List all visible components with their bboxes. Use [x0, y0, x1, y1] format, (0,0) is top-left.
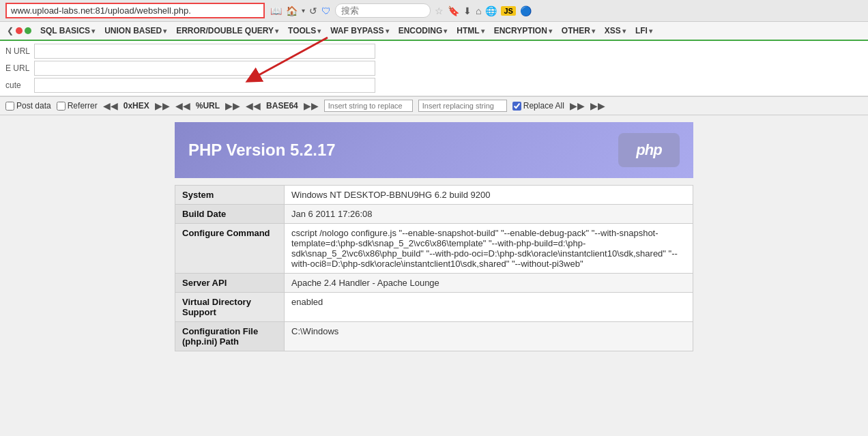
nav-item-encryption[interactable]: ENCRYPTION▾	[489, 24, 557, 38]
table-row: Configure Commandcscript /nologo configu…	[175, 224, 693, 274]
chevron-error-double: ▾	[275, 27, 278, 35]
table-row: Virtual Directory Supportenabled	[175, 293, 693, 322]
nav-label-encryption: ENCRYPTION	[494, 26, 547, 35]
nav-item-encoding[interactable]: ENCODING▾	[394, 24, 452, 38]
post-data-label: Post data	[16, 101, 51, 111]
browser-bar: 📖 🏠 ▾ ↺ 🛡 ☆ 🔖 ⬇ ⌂ 🌐 JS 🔵	[0, 0, 868, 22]
table-cell-key: Virtual Directory Support	[175, 293, 285, 322]
extension-icon[interactable]: 🔵	[520, 5, 532, 16]
arrow-right-1: ▶▶	[155, 100, 170, 111]
table-row: Build DateJan 6 2011 17:26:08	[175, 205, 693, 224]
nav-item-xss[interactable]: XSS▾	[600, 24, 631, 38]
php-info-table: SystemWindows NT DESKTOP-BBNU9HG 6.2 bui…	[175, 185, 693, 351]
insert-replacing-input[interactable]	[418, 100, 507, 112]
nav-toolbar: ❮ SQL BASICS▾ UNION BASED▾ ERROR/DOUBLE …	[0, 22, 868, 41]
chevron-encryption: ▾	[549, 27, 552, 35]
referrer-checkbox[interactable]	[57, 102, 66, 111]
home2-icon[interactable]: ⌂	[476, 5, 481, 16]
table-cell-key: Server API	[175, 274, 285, 293]
url-input[interactable]	[5, 3, 265, 18]
referrer-label: Referrer	[68, 101, 98, 111]
arrow-right-2: ▶▶	[225, 100, 240, 111]
arrow-right-4: ▶▶	[570, 100, 585, 111]
dot-red	[16, 27, 23, 34]
referrer-checkbox-label[interactable]: Referrer	[57, 101, 98, 111]
arrow-right-5: ▶▶	[590, 100, 605, 111]
table-cell-key: System	[175, 186, 285, 205]
bottom-toolbar: Post data Referrer ◀◀ 0xHEX ▶▶ ◀◀ %URL ▶…	[0, 96, 868, 115]
arrow-left-3: ◀◀	[246, 100, 261, 111]
search-input[interactable]	[335, 3, 431, 18]
table-cell-key: Configure Command	[175, 224, 285, 274]
chevron-waf-bypass: ▾	[386, 27, 389, 35]
nav-label-other: OTHER	[562, 26, 590, 35]
book-icon[interactable]: 📖	[270, 5, 282, 16]
url-boxes-area: N URL E URL cute	[0, 41, 868, 96]
e-url-label: E URL	[5, 63, 31, 73]
nav-label-lfi: LFI	[635, 26, 648, 35]
chevron-lfi: ▾	[649, 27, 652, 35]
nav-item-sql-basics[interactable]: SQL BASICS▾	[35, 24, 100, 38]
e-url-row: E URL	[5, 61, 863, 76]
svg-line-1	[252, 38, 328, 78]
table-row: Configuration File (php.ini) PathC:\Wind…	[175, 322, 693, 351]
nav-label-sql-basics: SQL BASICS	[40, 26, 90, 35]
nav-status-dots: ❮	[3, 26, 35, 35]
table-cell-value: Apache 2.4 Handler - Apache Lounge	[285, 274, 693, 293]
arrow-left-1: ◀◀	[103, 100, 118, 111]
cute-row: cute	[5, 78, 863, 93]
insert-string-input[interactable]	[324, 100, 413, 112]
php-logo: php	[618, 133, 680, 167]
home-icon[interactable]: 🏠	[286, 5, 298, 16]
replace-all-label[interactable]: Replace All	[512, 101, 564, 111]
n-url-row: N URL	[5, 44, 863, 59]
table-row: Server APIApache 2.4 Handler - Apache Lo…	[175, 274, 693, 293]
php-logo-text: php	[636, 141, 661, 159]
chevron-left-icon[interactable]: ❮	[7, 26, 14, 35]
home-chevron[interactable]: ▾	[302, 7, 305, 14]
cute-label: cute	[5, 81, 31, 90]
chevron-sql-basics: ▾	[91, 27, 95, 35]
refresh-icon[interactable]: ↺	[309, 5, 317, 16]
chevron-tools: ▾	[317, 27, 321, 35]
shield-icon[interactable]: 🛡	[321, 5, 331, 16]
content-area: N URL E URL cute Post data	[0, 41, 868, 115]
chevron-union-based: ▾	[163, 27, 167, 35]
browser-icons: 📖 🏠 ▾ ↺ 🛡 ☆ 🔖 ⬇ ⌂ 🌐 JS 🔵	[270, 3, 532, 18]
bookmark-icon[interactable]: 🔖	[448, 5, 459, 16]
js-badge: JS	[501, 6, 515, 16]
hex-label: 0xHEX	[124, 101, 149, 111]
arrow-left-2: ◀◀	[175, 100, 190, 111]
table-cell-key: Configuration File (php.ini) Path	[175, 322, 285, 351]
globe-icon[interactable]: 🌐	[485, 5, 497, 16]
php-header: PHP Version 5.2.17 php	[175, 122, 693, 178]
base64-label: BASE64	[266, 101, 298, 111]
chevron-xss: ▾	[622, 27, 626, 35]
php-version-text: PHP Version 5.2.17	[188, 141, 336, 160]
table-cell-value: Windows NT DESKTOP-BBNU9HG 6.2 build 920…	[285, 186, 693, 205]
php-info-page: PHP Version 5.2.17 php SystemWindows NT …	[0, 115, 868, 358]
chevron-html: ▾	[481, 27, 484, 35]
nav-label-xss: XSS	[605, 26, 621, 35]
nav-label-encoding: ENCODING	[399, 26, 443, 35]
n-url-label: N URL	[5, 46, 31, 56]
table-cell-value: Jan 6 2011 17:26:08	[285, 205, 693, 224]
chevron-other: ▾	[592, 27, 595, 35]
nav-label-html: HTML	[457, 26, 479, 35]
nav-item-html[interactable]: HTML▾	[452, 24, 489, 38]
table-cell-value: enabled	[285, 293, 693, 322]
post-data-checkbox-label[interactable]: Post data	[5, 101, 51, 111]
star-icon[interactable]: ☆	[435, 5, 444, 16]
nav-item-other[interactable]: OTHER▾	[557, 24, 600, 38]
dot-green	[25, 27, 31, 34]
replace-all-checkbox[interactable]	[512, 102, 521, 111]
nav-item-lfi[interactable]: LFI▾	[631, 24, 657, 38]
chevron-encoding: ▾	[444, 27, 447, 35]
arrow-right-3: ▶▶	[304, 100, 319, 111]
nav-item-union-based[interactable]: UNION BASED▾	[100, 24, 171, 38]
red-arrow-annotation	[218, 34, 341, 89]
php-table-wrapper: SystemWindows NT DESKTOP-BBNU9HG 6.2 bui…	[175, 185, 693, 351]
post-data-checkbox[interactable]	[5, 102, 14, 111]
download-icon[interactable]: ⬇	[463, 5, 472, 16]
table-row: SystemWindows NT DESKTOP-BBNU9HG 6.2 bui…	[175, 186, 693, 205]
